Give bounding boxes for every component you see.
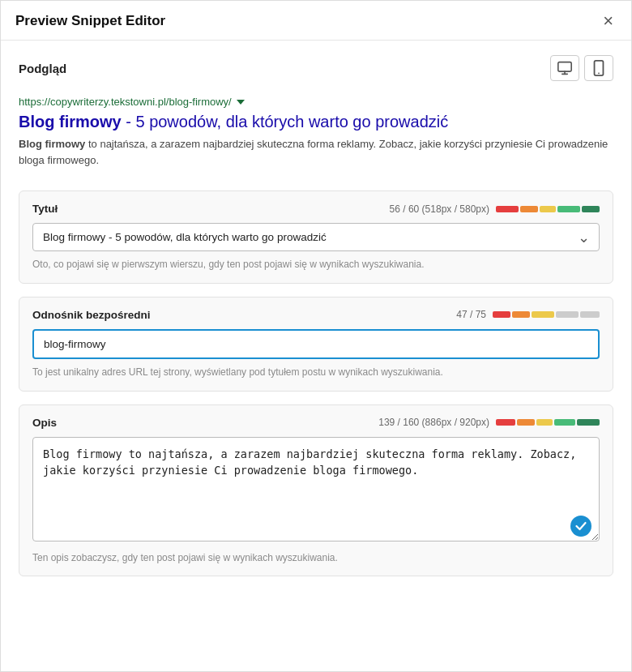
preview-section-label: Podgląd <box>19 62 66 75</box>
close-button[interactable]: × <box>600 11 617 32</box>
title-progress-bar <box>496 206 600 212</box>
slug-progress-bar <box>493 311 600 318</box>
description-counter: 139 / 160 (886px / 920px) <box>378 417 600 428</box>
desc-bar-seg-4 <box>554 419 575 426</box>
slug-counter-text: 47 / 75 <box>456 309 486 320</box>
dialog-title: Preview Snippet Editor <box>15 13 165 29</box>
desc-bar-seg-5 <box>577 419 600 426</box>
bar-seg-2 <box>520 206 538 212</box>
description-field-section: Opis 139 / 160 (886px / 920px) <box>19 404 613 577</box>
desktop-toggle-button[interactable] <box>550 55 579 81</box>
slug-field-label: Odnośnik bezpośredni <box>32 309 151 321</box>
dialog-header: Preview Snippet Editor × <box>1 1 631 41</box>
dialog-body: Podgląd ht <box>1 41 631 609</box>
description-field-label: Opis <box>32 417 57 429</box>
title-field-header: Tytuł 56 / 60 (518px / 580px) <box>32 203 600 215</box>
description-field-header: Opis 139 / 160 (886px / 920px) <box>32 417 600 429</box>
preview-page-title: Blog firmowy - 5 powodów, dla których wa… <box>19 111 613 132</box>
slug-input[interactable] <box>32 329 600 359</box>
title-counter-text: 56 / 60 (518px / 580px) <box>390 203 489 215</box>
title-field-section: Tytuł 56 / 60 (518px / 580px) Blog firmo… <box>19 190 613 284</box>
slug-bar-seg-2 <box>512 311 530 318</box>
desc-bar-seg-2 <box>517 419 535 426</box>
preview-desc-bold: Blog firmowy <box>19 138 85 150</box>
title-hint: Oto, co pojawi się w pierwszym wierszu, … <box>32 258 600 272</box>
description-progress-bar <box>496 419 600 426</box>
preview-title-rest: - 5 powodów, dla których warto go prowad… <box>122 113 449 131</box>
title-field-label: Tytuł <box>32 203 58 215</box>
slug-bar-seg-1 <box>493 311 510 318</box>
search-preview: https://copywriterzy.tekstowni.pl/blog-f… <box>19 92 613 174</box>
preview-label-row: Podgląd <box>19 55 613 81</box>
url-text: https://copywriterzy.tekstowni.pl/blog-f… <box>19 96 232 108</box>
preview-description: Blog firmowy to najtańsza, a zarazem naj… <box>19 136 613 168</box>
svg-rect-0 <box>558 62 571 71</box>
slug-field-section: Odnośnik bezpośredni 47 / 75 To jest uni… <box>19 297 613 392</box>
slug-field-header: Odnośnik bezpośredni 47 / 75 <box>32 309 600 321</box>
slug-bar-seg-4 <box>556 311 579 318</box>
bar-seg-4 <box>557 206 580 212</box>
description-hint: Ten opis zobaczysz, gdy ten post pojawi … <box>32 551 600 565</box>
slug-bar-seg-3 <box>532 311 554 318</box>
description-textarea-wrapper <box>32 437 600 545</box>
description-check-icon <box>570 516 591 537</box>
slug-counter: 47 / 75 <box>456 309 600 320</box>
preview-url: https://copywriterzy.tekstowni.pl/blog-f… <box>19 96 613 108</box>
description-textarea[interactable] <box>32 437 600 541</box>
bar-seg-1 <box>496 206 519 212</box>
slug-hint: To jest unikalny adres URL tej strony, w… <box>32 366 600 379</box>
url-dropdown-arrow <box>237 100 245 105</box>
title-input-wrapper: Blog firmowy - 5 powodów, dla których wa… <box>32 223 600 251</box>
slug-input-wrapper <box>32 329 600 359</box>
mobile-toggle-button[interactable] <box>584 55 613 81</box>
bar-seg-5 <box>582 206 600 212</box>
desc-bar-seg-1 <box>496 419 515 426</box>
device-toggles <box>550 55 613 81</box>
preview-desc-rest: to najtańsza, a zarazem najbardziej skut… <box>19 138 608 166</box>
mobile-icon <box>593 60 604 76</box>
preview-title-bold: Blog firmowy <box>19 113 122 131</box>
bar-seg-3 <box>540 206 556 212</box>
svg-point-4 <box>598 72 600 74</box>
title-select[interactable]: Blog firmowy - 5 powodów, dla których wa… <box>32 223 600 251</box>
desktop-icon <box>557 61 573 75</box>
slug-bar-seg-5 <box>580 311 600 318</box>
description-counter-text: 139 / 160 (886px / 920px) <box>378 417 489 428</box>
title-counter: 56 / 60 (518px / 580px) <box>390 203 600 215</box>
preview-snippet-editor-dialog: Preview Snippet Editor × Podgląd <box>0 0 632 672</box>
desc-bar-seg-3 <box>536 419 553 426</box>
